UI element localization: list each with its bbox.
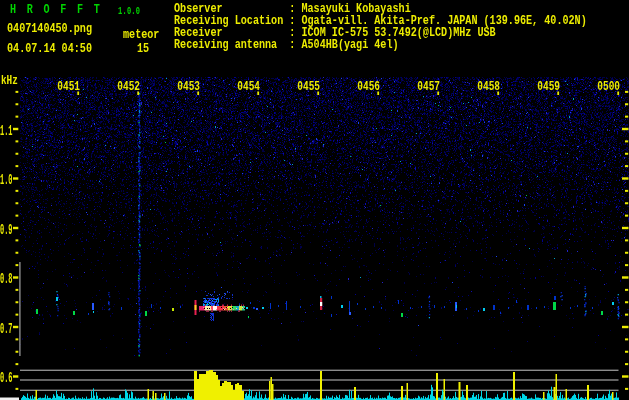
time-axis-label: 0452	[117, 80, 140, 94]
frequency-unit-label: kHz	[1, 74, 18, 87]
frequency-axis-label: 1.0	[0, 173, 13, 188]
app-title: HROFFT	[10, 3, 110, 16]
frequency-axis-label: 0.6	[0, 371, 13, 386]
time-axis-label: 0455	[297, 80, 320, 94]
time-axis-label: 0457	[417, 80, 440, 94]
observation-datetime: 04.07.14 04:50	[7, 42, 92, 55]
app-version: 1.0.0	[118, 6, 140, 17]
time-axis-label: 0500	[597, 80, 620, 94]
observation-mode: meteor	[123, 28, 159, 41]
station-info-value: A504HB(yagi 4el)	[301, 37, 398, 52]
echo-count: 15	[137, 42, 149, 55]
station-info: Observer : Masayuki KobayashiReceiving L…	[174, 3, 587, 51]
time-axis-label: 0459	[537, 80, 560, 94]
frequency-axis-label: 0.8	[0, 272, 13, 287]
hrofft-screen: HROFFT 1.0.0 0407140450.png meteor 04.07…	[0, 0, 629, 400]
time-axis-label: 0453	[177, 80, 200, 94]
time-axis-label: 0454	[237, 80, 260, 94]
station-info-row: Receiving antenna : A504HB(yagi 4el)	[174, 39, 587, 51]
time-axis-label: 0451	[57, 80, 80, 94]
frequency-axis-label: 0.9	[0, 223, 13, 238]
frequency-axis-label: 1.1	[0, 124, 13, 139]
frequency-axis-label: 0.7	[0, 322, 13, 337]
time-axis-label: 0458	[477, 80, 500, 94]
station-info-label: Receiving antenna	[174, 37, 289, 52]
output-filename: 0407140450.png	[7, 22, 92, 35]
spectrogram-canvas	[0, 0, 629, 400]
time-axis-label: 0456	[357, 80, 380, 94]
